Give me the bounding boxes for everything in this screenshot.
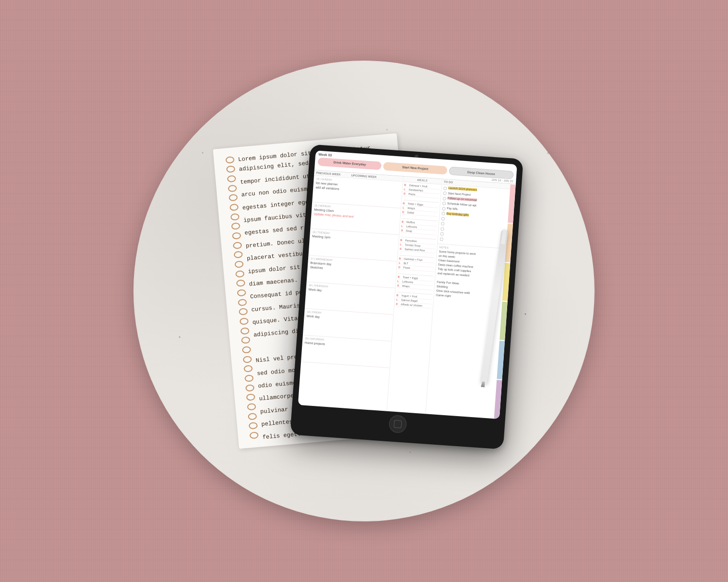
meal-day-15: BToast + Eggs LWraps DSalad [402,201,438,221]
ring [244,365,253,373]
ring [233,242,242,249]
ring [242,346,251,354]
ring [246,393,255,401]
meal-day-20: BYogurt + Fruit LSalmon Bagel DAlfredo w… [396,293,432,311]
ipad-frame: Week 03 Drink Water Everyday Start New P… [290,144,524,449]
ring [248,422,258,430]
ring [228,185,237,193]
ring [237,289,246,297]
meal-day-14: BOatmeal + Fruit LSandwiches DPasta [403,183,440,203]
todo-text: Start Next Project [448,192,471,196]
todo-text: Follow up on voicemail [447,196,477,201]
meal-day-19: BToast + Eggs LLeftovers DWraps [397,275,433,295]
todo-circle [442,202,446,205]
todo-text: Buy birthday gifts [447,212,469,216]
ring [243,356,252,363]
ipad: Week 03 Drink Water Everyday Start New P… [290,144,524,449]
ring [233,251,243,259]
ring [245,384,254,392]
meal-day-17: BPancakes LTomato Soup DSalmon and Rice [399,238,436,258]
ring [238,299,247,307]
ring [248,413,257,420]
ring [231,223,240,230]
todo-text: Launch 2024 planners [448,186,477,191]
todo-column: TO DO Launch 2024 planners Start Next Pr… [426,179,516,419]
ring [230,204,239,211]
ring [234,260,244,268]
meal-day-18: BOatmeal + Fruit LBLT DPasta [398,257,434,276]
side-tab-blue [497,341,505,379]
side-tab-green [499,302,508,340]
ring [239,318,248,325]
ring [232,232,241,240]
ring [249,432,259,439]
ring [230,213,239,221]
todo-text: Schedule follow up apt [447,202,477,207]
todo-circle [443,192,447,195]
ring [245,374,254,382]
days-column: PREVIOUS WEEK UPCOMING WEEK 14 | SUNDAY … [298,170,403,411]
ring [226,165,235,173]
todo-circle [443,196,446,200]
todo-text: Pay bills [447,207,458,210]
meal-day-16: BMuffins LLeftovers DSoup [400,220,437,240]
day-20: 20 | SATURDAY Home projects [301,335,391,368]
ring [239,308,248,316]
marble-tray: Lorem ipsum dolor sit amet consectetur a… [133,61,595,521]
ipad-home-button[interactable] [388,415,407,433]
ring [235,270,245,278]
todo-circle [442,212,445,215]
ring [229,194,238,202]
ring [227,175,236,183]
ring [240,327,249,335]
ring [247,403,256,411]
todo-circle [442,207,445,210]
todo-circle [443,186,447,190]
ring [225,156,234,164]
ring [236,279,245,287]
side-tab-purple [494,380,502,418]
ring [241,337,250,344]
